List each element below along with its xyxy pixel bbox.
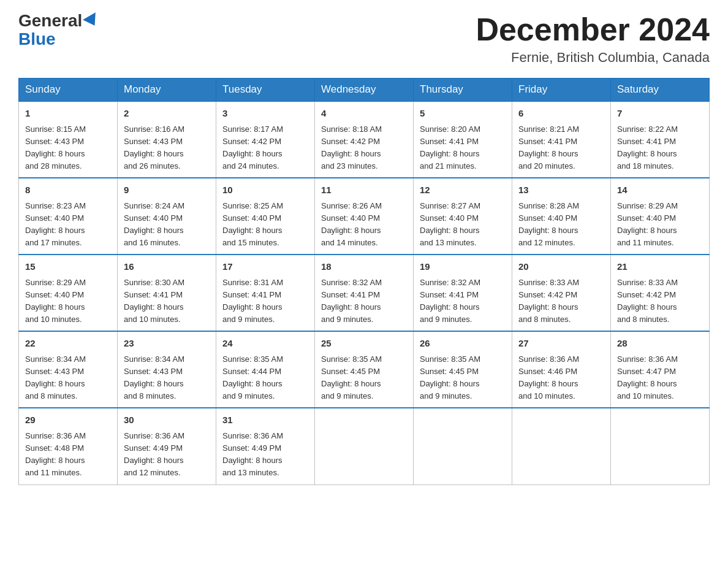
day-number: 6 (518, 107, 604, 121)
day-info: Sunrise: 8:34 AMSunset: 4:43 PMDaylight:… (25, 354, 86, 400)
day-info: Sunrise: 8:25 AMSunset: 4:40 PMDaylight:… (222, 201, 283, 247)
day-info: Sunrise: 8:22 AMSunset: 4:41 PMDaylight:… (617, 124, 678, 170)
day-number: 30 (124, 413, 210, 427)
day-info: Sunrise: 8:36 AMSunset: 4:48 PMDaylight:… (25, 431, 86, 477)
calendar-cell: 4Sunrise: 8:18 AMSunset: 4:42 PMDaylight… (315, 101, 414, 178)
day-of-week-header: Sunday (19, 79, 118, 102)
day-info: Sunrise: 8:29 AMSunset: 4:40 PMDaylight:… (617, 201, 678, 247)
day-info: Sunrise: 8:31 AMSunset: 4:41 PMDaylight:… (222, 278, 283, 324)
day-number: 17 (222, 260, 308, 274)
day-info: Sunrise: 8:20 AMSunset: 4:41 PMDaylight:… (420, 124, 480, 170)
day-of-week-header: Wednesday (315, 79, 414, 102)
logo: General Blue (18, 12, 99, 49)
calendar-cell: 1Sunrise: 8:15 AMSunset: 4:43 PMDaylight… (19, 101, 118, 178)
day-number: 18 (321, 260, 407, 274)
day-number: 11 (321, 183, 407, 197)
day-info: Sunrise: 8:35 AMSunset: 4:44 PMDaylight:… (222, 354, 283, 400)
day-number: 19 (420, 260, 506, 274)
month-year-title: December 2024 (476, 12, 710, 47)
title-area: December 2024 Fernie, British Columbia, … (476, 12, 710, 66)
day-of-week-header: Saturday (611, 79, 710, 102)
day-info: Sunrise: 8:24 AMSunset: 4:40 PMDaylight:… (124, 201, 184, 247)
calendar-cell: 9Sunrise: 8:24 AMSunset: 4:40 PMDaylight… (118, 178, 216, 255)
calendar-cell: 2Sunrise: 8:16 AMSunset: 4:43 PMDaylight… (118, 101, 216, 178)
day-of-week-header: Monday (118, 79, 216, 102)
day-of-week-header: Thursday (414, 79, 512, 102)
day-info: Sunrise: 8:33 AMSunset: 4:42 PMDaylight:… (518, 278, 579, 324)
day-info: Sunrise: 8:30 AMSunset: 4:41 PMDaylight:… (124, 278, 184, 324)
day-info: Sunrise: 8:33 AMSunset: 4:42 PMDaylight:… (617, 278, 678, 324)
day-number: 23 (124, 337, 210, 351)
day-info: Sunrise: 8:36 AMSunset: 4:47 PMDaylight:… (617, 354, 678, 400)
day-number: 1 (25, 107, 111, 121)
day-number: 26 (420, 337, 506, 351)
day-number: 25 (321, 337, 407, 351)
calendar-cell: 31Sunrise: 8:36 AMSunset: 4:49 PMDayligh… (216, 408, 315, 484)
calendar-cell: 10Sunrise: 8:25 AMSunset: 4:40 PMDayligh… (216, 178, 315, 255)
day-info: Sunrise: 8:34 AMSunset: 4:43 PMDaylight:… (124, 354, 184, 400)
calendar-cell: 29Sunrise: 8:36 AMSunset: 4:48 PMDayligh… (19, 408, 118, 484)
calendar-cell (512, 408, 611, 484)
calendar-cell: 21Sunrise: 8:33 AMSunset: 4:42 PMDayligh… (611, 255, 710, 331)
day-number: 29 (25, 413, 111, 427)
calendar-row: 15Sunrise: 8:29 AMSunset: 4:40 PMDayligh… (19, 255, 710, 331)
calendar-row: 29Sunrise: 8:36 AMSunset: 4:48 PMDayligh… (19, 408, 710, 484)
calendar-cell: 5Sunrise: 8:20 AMSunset: 4:41 PMDaylight… (414, 101, 512, 178)
calendar-cell: 7Sunrise: 8:22 AMSunset: 4:41 PMDaylight… (611, 101, 710, 178)
calendar-cell: 12Sunrise: 8:27 AMSunset: 4:40 PMDayligh… (414, 178, 512, 255)
day-number: 14 (617, 183, 703, 197)
day-info: Sunrise: 8:18 AMSunset: 4:42 PMDaylight:… (321, 124, 382, 170)
day-number: 2 (124, 107, 210, 121)
day-number: 28 (617, 337, 703, 351)
day-info: Sunrise: 8:36 AMSunset: 4:46 PMDaylight:… (518, 354, 579, 400)
calendar-cell: 26Sunrise: 8:35 AMSunset: 4:45 PMDayligh… (414, 331, 512, 408)
day-number: 4 (321, 107, 407, 121)
calendar-cell (315, 408, 414, 484)
calendar-cell: 20Sunrise: 8:33 AMSunset: 4:42 PMDayligh… (512, 255, 611, 331)
calendar-cell: 25Sunrise: 8:35 AMSunset: 4:45 PMDayligh… (315, 331, 414, 408)
calendar-header-row: SundayMondayTuesdayWednesdayThursdayFrid… (19, 79, 710, 102)
page-header: General Blue December 2024 Fernie, Briti… (18, 12, 710, 66)
day-number: 27 (518, 337, 604, 351)
day-number: 20 (518, 260, 604, 274)
day-number: 9 (124, 183, 210, 197)
calendar-cell: 19Sunrise: 8:32 AMSunset: 4:41 PMDayligh… (414, 255, 512, 331)
calendar-cell: 17Sunrise: 8:31 AMSunset: 4:41 PMDayligh… (216, 255, 315, 331)
day-info: Sunrise: 8:35 AMSunset: 4:45 PMDaylight:… (420, 354, 480, 400)
calendar-row: 8Sunrise: 8:23 AMSunset: 4:40 PMDaylight… (19, 178, 710, 255)
day-info: Sunrise: 8:32 AMSunset: 4:41 PMDaylight:… (321, 278, 382, 324)
calendar-cell: 27Sunrise: 8:36 AMSunset: 4:46 PMDayligh… (512, 331, 611, 408)
day-number: 10 (222, 183, 308, 197)
day-number: 16 (124, 260, 210, 274)
calendar-table: SundayMondayTuesdayWednesdayThursdayFrid… (18, 78, 710, 484)
calendar-cell: 24Sunrise: 8:35 AMSunset: 4:44 PMDayligh… (216, 331, 315, 408)
day-of-week-header: Tuesday (216, 79, 315, 102)
calendar-cell: 13Sunrise: 8:28 AMSunset: 4:40 PMDayligh… (512, 178, 611, 255)
day-number: 5 (420, 107, 506, 121)
day-info: Sunrise: 8:32 AMSunset: 4:41 PMDaylight:… (420, 278, 480, 324)
day-of-week-header: Friday (512, 79, 611, 102)
calendar-cell (414, 408, 512, 484)
calendar-cell: 18Sunrise: 8:32 AMSunset: 4:41 PMDayligh… (315, 255, 414, 331)
day-info: Sunrise: 8:36 AMSunset: 4:49 PMDaylight:… (222, 431, 283, 477)
logo-triangle-icon (83, 12, 101, 29)
day-info: Sunrise: 8:23 AMSunset: 4:40 PMDaylight:… (25, 201, 86, 247)
day-info: Sunrise: 8:35 AMSunset: 4:45 PMDaylight:… (321, 354, 382, 400)
calendar-row: 1Sunrise: 8:15 AMSunset: 4:43 PMDaylight… (19, 101, 710, 178)
calendar-cell: 28Sunrise: 8:36 AMSunset: 4:47 PMDayligh… (611, 331, 710, 408)
day-info: Sunrise: 8:21 AMSunset: 4:41 PMDaylight:… (518, 124, 579, 170)
day-info: Sunrise: 8:16 AMSunset: 4:43 PMDaylight:… (124, 124, 184, 170)
day-info: Sunrise: 8:28 AMSunset: 4:40 PMDaylight:… (518, 201, 579, 247)
day-number: 12 (420, 183, 506, 197)
day-info: Sunrise: 8:27 AMSunset: 4:40 PMDaylight:… (420, 201, 480, 247)
calendar-cell: 8Sunrise: 8:23 AMSunset: 4:40 PMDaylight… (19, 178, 118, 255)
day-info: Sunrise: 8:17 AMSunset: 4:42 PMDaylight:… (222, 124, 283, 170)
day-info: Sunrise: 8:15 AMSunset: 4:43 PMDaylight:… (25, 124, 86, 170)
day-number: 13 (518, 183, 604, 197)
day-number: 3 (222, 107, 308, 121)
calendar-cell: 23Sunrise: 8:34 AMSunset: 4:43 PMDayligh… (118, 331, 216, 408)
calendar-cell (611, 408, 710, 484)
day-number: 7 (617, 107, 703, 121)
calendar-cell: 16Sunrise: 8:30 AMSunset: 4:41 PMDayligh… (118, 255, 216, 331)
location-subtitle: Fernie, British Columbia, Canada (476, 50, 710, 66)
